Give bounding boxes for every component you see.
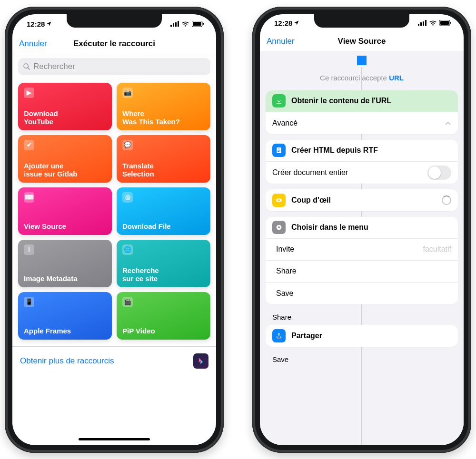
svg-rect-12 xyxy=(425,20,426,26)
phone-left: 12:28 Annuler Exécuter le raccourci xyxy=(5,7,224,453)
editor-body: Ce raccourci accepte URL Obtenir le cont… xyxy=(260,51,464,445)
shortcut-tile[interactable]: 📱Apple Frames xyxy=(18,292,112,340)
location-icon xyxy=(294,20,299,26)
action-share[interactable]: Partager xyxy=(266,325,458,347)
svg-rect-20 xyxy=(278,151,279,152)
tile-label: Image Metadata xyxy=(24,274,106,283)
menu-option[interactable]: Save xyxy=(266,283,458,304)
tile-icon: 📱 xyxy=(24,297,34,307)
chevron-up-icon xyxy=(445,121,451,126)
svg-rect-3 xyxy=(178,21,179,27)
tile-label: Ajouter une issue sur Gitlab xyxy=(24,162,106,178)
prompt-row[interactable]: Invite facultatif xyxy=(266,239,458,261)
tile-label: Download File xyxy=(122,222,205,230)
status-time: 12:28 xyxy=(274,19,292,27)
action-title: Choisir dans le menu xyxy=(291,223,368,232)
share-icon xyxy=(272,329,286,342)
shortcut-tile[interactable]: 📷Where Was This Taken? xyxy=(117,83,210,130)
download-icon xyxy=(272,94,286,107)
shortcut-tile[interactable]: ✔Ajouter une issue sur Gitlab xyxy=(18,135,112,183)
tile-label: PiP Video xyxy=(122,327,205,335)
svg-rect-1 xyxy=(173,23,174,27)
wifi-icon xyxy=(429,20,437,26)
svg-rect-18 xyxy=(278,149,280,149)
menu-option[interactable]: Share xyxy=(266,261,458,283)
accepts-type[interactable]: URL xyxy=(389,74,404,82)
notch xyxy=(314,14,409,28)
signal-icon xyxy=(418,20,426,26)
tile-icon: ▶ xyxy=(24,88,34,98)
create-doc-row: Créer document entier xyxy=(266,162,458,184)
svg-point-22 xyxy=(278,199,280,201)
more-shortcuts-link[interactable]: Obtenir plus de raccourcis xyxy=(20,356,114,366)
wifi-icon xyxy=(181,21,189,27)
tile-label: View Source xyxy=(24,222,106,230)
tile-label: Translate Selection xyxy=(122,162,205,178)
tile-icon: ⌨ xyxy=(24,192,34,203)
svg-rect-6 xyxy=(203,23,204,25)
tile-label: Apple Frames xyxy=(24,327,106,335)
svg-rect-9 xyxy=(418,24,419,26)
svg-rect-11 xyxy=(423,21,424,26)
eye-icon xyxy=(272,194,286,207)
svg-rect-5 xyxy=(193,22,201,26)
screen-right: 12:28 Annuler View Source xyxy=(260,14,464,445)
shortcuts-app-icon xyxy=(193,353,208,369)
action-choose-menu[interactable]: Choisir dans le menu Invite facultatif S… xyxy=(266,217,458,304)
notch xyxy=(67,14,162,28)
signal-icon xyxy=(170,21,179,27)
tile-icon: 💬 xyxy=(122,140,133,150)
shortcut-icon-placeholder[interactable] xyxy=(260,51,464,67)
svg-line-8 xyxy=(28,68,30,69)
action-title: Obtenir le contenu de l'URL xyxy=(291,97,391,105)
phone-right: 12:28 Annuler View Source xyxy=(252,7,471,453)
tile-label: Where Was This Taken? xyxy=(122,109,205,126)
shortcut-tile[interactable]: iImage Metadata xyxy=(18,240,112,287)
cancel-button[interactable]: Annuler xyxy=(267,37,295,46)
tile-label: Recherche sur ce site xyxy=(122,266,205,283)
shortcut-tile[interactable]: 💬Translate Selection xyxy=(117,135,210,183)
prompt-placeholder: facultatif xyxy=(423,245,451,254)
shortcut-tile[interactable]: ◎Download File xyxy=(117,187,210,235)
navbar-title: View Source xyxy=(338,37,386,46)
footer-row[interactable]: Obtenir plus de raccourcis xyxy=(12,346,216,375)
action-create-html[interactable]: Créer HTML depuis RTF Créer document ent… xyxy=(266,140,458,184)
shortcut-tile[interactable]: ⌨View Source xyxy=(18,187,112,235)
tile-label: Download YouTube xyxy=(24,109,106,126)
navbar-left: Annuler Exécuter le raccourci xyxy=(12,33,216,54)
search-icon xyxy=(23,63,30,70)
shortcuts-grid: ▶Download YouTube📷Where Was This Taken?✔… xyxy=(12,81,216,342)
action-title: Partager xyxy=(291,332,322,340)
action-title: Créer HTML depuis RTF xyxy=(291,146,378,155)
document-icon xyxy=(272,144,286,157)
search-placeholder: Rechercher xyxy=(33,62,75,71)
search-input[interactable]: Rechercher xyxy=(18,58,210,75)
svg-rect-0 xyxy=(170,25,172,27)
action-quicklook[interactable]: Coup d'œil xyxy=(266,189,458,211)
create-doc-toggle[interactable] xyxy=(427,166,451,180)
navbar-right: Annuler View Source xyxy=(260,32,464,51)
battery-icon xyxy=(439,20,451,26)
shortcut-tile[interactable]: ▶Download YouTube xyxy=(18,83,112,130)
svg-rect-2 xyxy=(175,22,177,27)
action-title: Coup d'œil xyxy=(291,196,331,205)
svg-rect-14 xyxy=(440,21,449,25)
screen-left: 12:28 Annuler Exécuter le raccourci xyxy=(12,14,216,445)
home-indicator[interactable] xyxy=(12,433,216,445)
shortcut-tile[interactable]: 🌐Recherche sur ce site xyxy=(117,240,210,287)
svg-rect-15 xyxy=(450,22,451,24)
action-get-url[interactable]: Obtenir le contenu de l'URL Avancé xyxy=(266,90,458,134)
tile-icon: 🌐 xyxy=(122,244,133,255)
location-icon xyxy=(46,21,52,27)
tile-icon: 🎬 xyxy=(122,297,133,307)
tile-icon: 📷 xyxy=(122,88,133,98)
svg-rect-10 xyxy=(420,22,422,26)
loading-spinner-icon xyxy=(442,195,451,205)
svg-point-24 xyxy=(278,226,280,228)
battery-icon xyxy=(192,21,204,27)
svg-rect-19 xyxy=(278,150,280,151)
cancel-button[interactable]: Annuler xyxy=(19,39,47,49)
tile-icon: i xyxy=(24,244,34,255)
shortcut-tile[interactable]: 🎬PiP Video xyxy=(117,292,210,340)
advanced-row[interactable]: Avancé xyxy=(266,112,458,134)
